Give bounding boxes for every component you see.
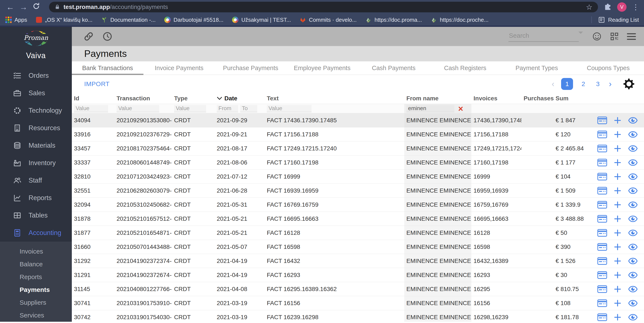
add-icon[interactable] (612, 271, 623, 279)
view-eye-icon[interactable] (628, 144, 638, 153)
view-eye-icon[interactable] (628, 130, 638, 139)
bookmark-item[interactable]: Documentation -... (101, 16, 156, 23)
add-icon[interactable] (612, 285, 623, 294)
submenu-item[interactable]: Invoices (0, 245, 72, 258)
bookmark-item[interactable]: https://doc.proma... (365, 16, 422, 23)
payment-card-icon[interactable] (597, 172, 607, 181)
qr-code-icon[interactable] (610, 32, 619, 41)
column-header-date[interactable]: Date (214, 95, 265, 102)
table-row[interactable]: 33337 2021080601448749-1 CRDT 2021-08-06… (72, 156, 644, 170)
extensions-icon[interactable] (604, 3, 612, 11)
submenu-item[interactable]: Services (0, 309, 72, 322)
view-eye-icon[interactable] (628, 116, 638, 125)
tab[interactable]: Bank Transactions (72, 61, 144, 74)
search-input[interactable] (508, 31, 579, 42)
add-icon[interactable] (612, 243, 623, 251)
submenu-item[interactable]: Reports (0, 270, 72, 283)
table-row[interactable]: 33457 2021081702375464-1 CRDT 2021-08-17… (72, 142, 644, 156)
table-row[interactable]: 30741 2021031901753910-1 CRDT 2021-03-19… (72, 296, 644, 310)
address-bar[interactable]: test.proman.app /accounting/payments ☆ (49, 2, 598, 12)
payment-card-icon[interactable] (597, 214, 607, 223)
add-icon[interactable] (612, 186, 623, 195)
tab[interactable]: Invoice Payments (144, 61, 215, 74)
add-icon[interactable] (612, 116, 623, 125)
reload-icon[interactable] (32, 2, 42, 12)
sidebar-item[interactable]: Orders (0, 67, 72, 84)
link-icon[interactable] (84, 32, 94, 41)
table-row[interactable]: 34094 2021092901353080-1 CRDT 2021-09-29… (72, 113, 644, 128)
tab[interactable]: Employee Payments (286, 61, 358, 74)
table-settings-gear-icon[interactable] (623, 78, 634, 90)
sidebar-item[interactable]: Sales (0, 84, 72, 102)
payment-card-icon[interactable] (597, 116, 607, 125)
add-icon[interactable] (612, 257, 623, 265)
add-icon[interactable] (612, 313, 623, 322)
filter-date-to-input[interactable] (240, 105, 257, 112)
page-number[interactable]: 3 (594, 80, 602, 88)
view-eye-icon[interactable] (628, 228, 638, 237)
payment-card-icon[interactable] (597, 299, 607, 308)
table-row[interactable]: 32810 2021071203424923-1 CRDT 2021-07-12… (72, 170, 644, 184)
page-number[interactable]: 2 (579, 80, 588, 88)
bookmark-item[interactable]: Apps (5, 16, 27, 23)
payment-card-icon[interactable] (597, 130, 607, 139)
payment-card-icon[interactable] (597, 271, 607, 279)
view-eye-icon[interactable] (628, 299, 638, 308)
table-row[interactable]: 31292 2021041902372374-1 CRDT 2021-04-19… (72, 254, 644, 268)
payment-card-icon[interactable] (597, 257, 607, 265)
next-page-icon[interactable]: › (609, 80, 612, 88)
view-eye-icon[interactable] (628, 200, 638, 209)
view-eye-icon[interactable] (628, 158, 638, 167)
table-row[interactable]: 31145 2021040801227766-1 CRDT 2021-04-08… (72, 282, 644, 296)
table-row[interactable]: 32551 2021062802603079-1 CRDT 2021-06-28… (72, 184, 644, 198)
view-eye-icon[interactable] (628, 172, 638, 181)
reading-list-button[interactable]: Reading List (591, 16, 639, 23)
filter-transaction-input[interactable] (116, 105, 159, 112)
import-button[interactable]: IMPORT (84, 80, 110, 88)
sidebar-item[interactable]: Materials (0, 137, 72, 154)
add-icon[interactable] (612, 172, 623, 181)
add-icon[interactable] (612, 144, 623, 153)
bookmark-star-icon[interactable]: ☆ (586, 3, 592, 11)
page-number[interactable]: 1 (561, 78, 573, 90)
payment-card-icon[interactable] (597, 313, 607, 322)
table-row[interactable]: 33916 2021092102376729-1 CRDT 2021-09-21… (72, 128, 644, 142)
add-icon[interactable] (612, 158, 623, 167)
table-row[interactable]: 30742 2021031901754030-1 CRDT 2021-03-19… (72, 310, 644, 322)
add-icon[interactable] (612, 214, 623, 223)
view-eye-icon[interactable] (628, 214, 638, 223)
browser-menu-icon[interactable]: ⋮ (632, 4, 639, 11)
submenu-item[interactable]: Payments (0, 283, 72, 296)
view-eye-icon[interactable] (628, 313, 638, 322)
bookmark-item[interactable]: Darbuotojai #5518... (164, 16, 223, 23)
table-row[interactable]: 32094 2021053102450682-1 CRDT 2021-05-31… (72, 198, 644, 212)
profile-avatar[interactable]: V (617, 2, 626, 12)
add-icon[interactable] (612, 228, 623, 237)
table-row[interactable]: 31291 2021041902372674-1 CRDT 2021-04-19… (72, 268, 644, 282)
view-eye-icon[interactable] (628, 257, 638, 265)
filter-date-from-input[interactable] (217, 105, 238, 112)
add-icon[interactable] (612, 130, 623, 139)
tab[interactable]: Coupons Types (572, 61, 644, 74)
table-row[interactable]: 31877 2021052101654871-1 CRDT 2021-05-21… (72, 226, 644, 240)
sidebar-item[interactable]: Reports (0, 189, 72, 207)
filter-text-input[interactable] (267, 105, 312, 112)
column-header-type[interactable]: Type (172, 95, 214, 102)
column-header-from-name[interactable]: From name (404, 95, 472, 102)
filter-from-name-input[interactable] (406, 105, 454, 112)
sidebar-item[interactable]: Staff (0, 172, 72, 189)
table-row[interactable]: 31660 2021050701443488-1 CRDT 2021-05-07… (72, 240, 644, 254)
sidebar-item[interactable]: Accounting (0, 224, 72, 242)
filter-id-input[interactable] (74, 105, 108, 112)
proman-logo[interactable]: Proman (24, 31, 48, 46)
forward-icon[interactable]: → (18, 2, 29, 12)
column-header-text[interactable]: Text (265, 95, 404, 102)
payment-card-icon[interactable] (597, 144, 607, 153)
payment-card-icon[interactable] (597, 228, 607, 237)
menu-hamburger-icon[interactable] (627, 33, 636, 40)
column-header-id[interactable]: Id (72, 95, 114, 102)
history-clock-icon[interactable] (102, 32, 112, 41)
tab[interactable]: Purchase Payments (215, 61, 286, 74)
column-header-purchases[interactable]: Purchases (522, 95, 554, 102)
tab[interactable]: Cash Registers (430, 61, 501, 74)
